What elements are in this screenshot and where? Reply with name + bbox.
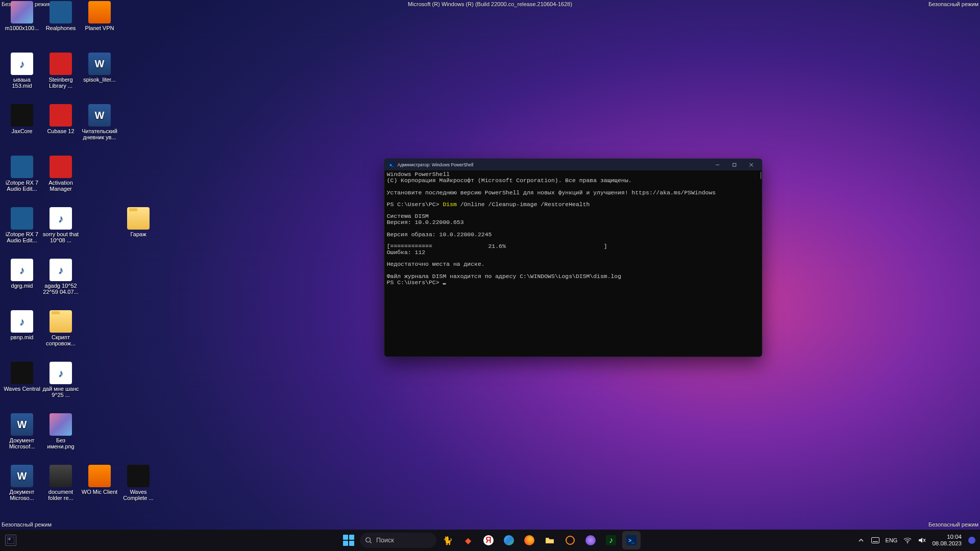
photo-icon [50,413,72,436]
desktop-icon[interactable]: Steinberg Library ... [42,53,80,89]
system-tray[interactable]: ENG 10:04 08.08.2023 [857,534,976,547]
desktop-icon[interactable]: Cubase 12 [42,104,80,134]
taskbar-app-firefox[interactable] [520,531,538,549]
svg-point-6 [907,542,908,543]
window-close-button[interactable] [743,159,760,170]
desktop-icon-label: agadg 10^52 22^59 04.07... [42,283,80,295]
black-icon [11,104,33,127]
svg-point-3 [366,538,371,542]
desktop-icon-label: Waves Central [3,386,41,392]
desktop-icon[interactable]: spisok_liter... [81,53,118,83]
clock-date: 08.08.2023 [932,540,962,547]
desktop-icon-label: Документ Microsof... [3,437,41,449]
taskbar-app-powershell[interactable]: >_ [622,531,641,549]
taskbar-app-circle-orange[interactable] [561,531,579,549]
desktop-icon[interactable]: Realphones [42,1,80,31]
start-tile-icon[interactable] [5,535,16,546]
desktop-icon[interactable]: Документ Microsof... [3,413,41,449]
desktop-icon-label: document folder re... [42,489,80,501]
taskbar-app-brave[interactable]: ◆ [459,531,477,549]
language-indicator[interactable]: ENG [886,536,898,544]
desktop-icon-label: Planet VPN [85,25,115,31]
orange-icon [88,465,111,487]
desktop-icon[interactable]: Читательский дневник ув... [81,104,118,140]
desktop-icon[interactable]: iZotope RX 7 Audio Edit... [3,207,41,243]
desktop-icon-label: Читательский дневник ув... [81,128,118,140]
start-button[interactable] [339,531,358,549]
desktop-icon[interactable]: Waves Central [3,362,41,392]
desktop-icon[interactable]: iZotope RX 7 Audio Edit... [3,156,41,192]
desktop-icon-label: spisok_liter... [83,77,116,83]
steel-icon [11,156,33,178]
desktop-icon-label: ываыа 153.mid [3,77,41,89]
taskbar[interactable]: Поиск 🐈 ◆ Я ♪ >_ ENG 10:04 08.08.2023 [0,530,980,551]
taskbar-app-yandex[interactable]: Я [479,531,498,549]
taskbar-app-purple[interactable] [581,531,600,549]
desktop-icon-label: WO Mic Client [81,489,118,495]
window-titlebar[interactable]: Администратор: Windows PowerShell [384,159,762,170]
orange-icon [88,1,111,23]
desktop-icon[interactable]: WO Mic Client [81,465,118,495]
midi-icon [11,53,33,75]
desktop-icon-label: дай мне шанс 9^25 ... [42,386,80,398]
word-icon [88,104,111,127]
red-icon [50,104,72,127]
midi-icon [11,310,33,333]
taskbar-app-edge[interactable] [500,531,518,549]
desktop-icon[interactable]: document folder re... [42,465,80,501]
clock[interactable]: 10:04 08.08.2023 [932,534,962,547]
window-minimize-button[interactable] [709,159,726,170]
desktop-icon-label: pвnp.mid [10,334,34,340]
taskbar-search[interactable]: Поиск [360,533,436,548]
search-icon [365,537,372,544]
folder-icon [50,310,72,333]
desktop-icon-label: m1000x100... [5,25,40,31]
desktop-icon[interactable]: agadg 10^52 22^59 04.07... [42,259,80,295]
desktop-icon[interactable]: ываыа 153.mid [3,53,41,89]
powershell-icon [388,162,395,168]
taskbar-app-explorer[interactable] [541,531,559,549]
desktop-icon[interactable]: Скрипт сопровож... [42,310,80,346]
terminal-output[interactable]: Windows PowerShell (C) Корпорация Майкро… [384,170,762,357]
desktop-icon-label: iZotope RX 7 Audio Edit... [3,180,41,192]
desktop-icon[interactable]: Документ Microso... [3,465,41,501]
powershell-window[interactable]: Администратор: Windows PowerShell Window… [384,159,762,357]
taskbar-app-green[interactable]: ♪ [602,531,620,549]
photo-icon [11,1,33,23]
desktop-icon-label: Cubase 12 [46,128,75,134]
desktop-icon[interactable]: m1000x100... [3,1,41,31]
terminal-cursor [443,283,446,284]
desktop-icon[interactable]: JaxCore [3,104,41,134]
window-maximize-button[interactable] [726,159,743,170]
desktop-icon[interactable]: dgrg.mid [3,259,41,289]
taskbar-app-cat[interactable]: 🐈 [438,531,457,549]
desktop-icon-label: Скрипт сопровож... [42,334,80,346]
desktop-icon-label: Steinberg Library ... [42,77,80,89]
word-icon [88,53,111,75]
windows-logo-icon [343,535,354,546]
desktop-icon[interactable]: pвnp.mid [3,310,41,340]
wifi-icon[interactable] [903,536,912,544]
word-icon [11,465,33,487]
desktop-icon[interactable]: Activation Manager [42,156,80,192]
tray-right-badge[interactable] [968,536,976,544]
desktop-icon[interactable]: дай мне шанс 9^25 ... [42,362,80,398]
desktop-icon-label: Гараж [130,231,146,237]
desktop-icon[interactable]: Planet VPN [81,1,118,31]
desktop-icon-label: iZotope RX 7 Audio Edit... [3,231,41,243]
desktop-icon[interactable]: Waves Complete ... [119,465,157,501]
safe-mode-label-bottom-left: Безопасный режим [2,521,52,528]
desktop-icon-label: Activation Manager [42,180,80,192]
terminal-scrollbar[interactable] [761,172,761,179]
desktop-icon-label: Документ Microso... [3,489,41,501]
taskbar-search-placeholder: Поиск [376,537,394,544]
word-icon [11,413,33,436]
touch-keyboard-icon[interactable] [871,536,879,544]
desktop-icon[interactable]: sorry bout that 10^08 ... [42,207,80,243]
svg-rect-2 [9,538,11,540]
volume-muted-icon[interactable] [918,536,926,544]
window-title: Администратор: Windows PowerShell [398,162,473,167]
desktop-icon[interactable]: Гараж [119,207,157,237]
desktop-icon[interactable]: Без имени.png [42,413,80,449]
tray-overflow-button[interactable] [857,536,865,544]
